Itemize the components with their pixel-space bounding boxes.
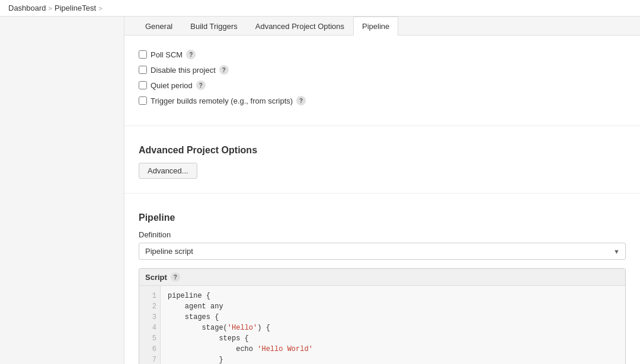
advanced-project-options-heading: Advanced Project Options	[139, 145, 626, 156]
tab-build-triggers[interactable]: Build Triggers	[181, 17, 246, 36]
pipeline-heading: Pipeline	[139, 212, 626, 223]
tab-advanced-project-options[interactable]: Advanced Project Options	[247, 17, 353, 36]
quiet-period-label: Quiet period	[151, 81, 193, 90]
definition-select-wrapper: Pipeline script Pipeline script from SCM…	[139, 243, 626, 260]
trigger-remotely-row: Trigger builds remotely (e.g., from scri…	[139, 96, 626, 105]
sidebar	[0, 17, 124, 364]
disable-project-checkbox[interactable]	[139, 66, 147, 74]
quiet-period-row: Quiet period ?	[139, 80, 626, 90]
poll-scm-help-icon[interactable]: ?	[186, 50, 196, 59]
breadcrumb-project[interactable]: PipelineTest	[55, 4, 96, 12]
definition-select[interactable]: Pipeline script Pipeline script from SCM	[139, 243, 626, 260]
checkboxes-section: Poll SCM ? Disable this project ? Quiet …	[124, 36, 640, 121]
advanced-project-options-section: Advanced Project Options Advanced...	[124, 136, 640, 188]
script-header: Script ?	[139, 269, 625, 286]
pipeline-section: Pipeline Definition Pipeline script Pipe…	[124, 203, 640, 364]
poll-scm-row: Poll SCM ?	[139, 50, 626, 59]
trigger-remotely-checkbox[interactable]	[139, 96, 147, 105]
tab-pipeline[interactable]: Pipeline	[353, 17, 398, 36]
poll-scm-checkbox[interactable]	[139, 50, 147, 59]
script-body: 1 2 3 4 5 6 7 8 9 10 11 12 pipelin	[139, 286, 625, 364]
divider-2	[124, 193, 640, 194]
disable-project-label: Disable this project	[151, 66, 216, 75]
advanced-button[interactable]: Advanced...	[139, 163, 197, 179]
breadcrumb-sep2: >	[98, 5, 102, 12]
poll-scm-label: Poll SCM	[151, 50, 183, 59]
breadcrumb-sep1: >	[49, 5, 52, 12]
script-help-icon[interactable]: ?	[171, 272, 180, 282]
definition-label: Definition	[139, 230, 626, 239]
line-numbers: 1 2 3 4 5 6 7 8 9 10 11 12	[139, 286, 161, 364]
trigger-remotely-help-icon[interactable]: ?	[296, 96, 306, 105]
disable-project-row: Disable this project ?	[139, 65, 626, 75]
tab-general[interactable]: General	[136, 17, 181, 36]
main-content: General Build Triggers Advanced Project …	[124, 17, 640, 364]
tab-bar: General Build Triggers Advanced Project …	[124, 17, 640, 36]
breadcrumb-dashboard[interactable]: Dashboard	[8, 4, 46, 12]
code-content[interactable]: pipeline { agent any stages { stage('Hel…	[161, 286, 625, 364]
quiet-period-checkbox[interactable]	[139, 81, 147, 89]
divider-1	[124, 125, 640, 126]
disable-project-help-icon[interactable]: ?	[219, 65, 229, 75]
quiet-period-help-icon[interactable]: ?	[196, 80, 206, 90]
trigger-remotely-label: Trigger builds remotely (e.g., from scri…	[151, 96, 293, 105]
script-container: Script ? 1 2 3 4 5 6 7 8 9 10	[139, 268, 626, 364]
script-header-label: Script	[145, 273, 167, 282]
breadcrumb: Dashboard > PipelineTest >	[0, 0, 640, 17]
